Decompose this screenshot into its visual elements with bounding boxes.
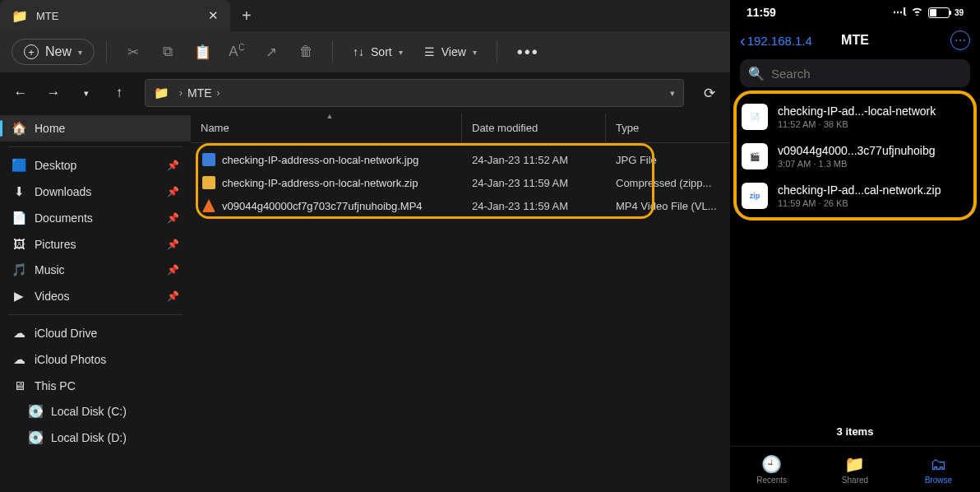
column-type[interactable]: Type bbox=[606, 114, 730, 142]
shared-icon: 📁 bbox=[844, 454, 865, 474]
file-meta: 11:52 AM · 38 KB bbox=[778, 119, 968, 129]
more-button[interactable]: ••• bbox=[509, 39, 548, 65]
sidebar-item-this-pc[interactable]: 🖥 This PC bbox=[0, 373, 191, 398]
column-name[interactable]: Name ▲ bbox=[191, 114, 462, 142]
pin-icon: 📌 bbox=[167, 264, 179, 276]
wifi-icon bbox=[911, 7, 923, 18]
folder-icon: 🖼 bbox=[12, 237, 26, 251]
file-row[interactable]: checking-IP-address-on-local-network.zip… bbox=[191, 171, 730, 194]
sidebar-item[interactable]: ⬇Downloads📌 bbox=[0, 179, 191, 205]
jpg-icon bbox=[202, 153, 215, 166]
share-icon[interactable]: ↗ bbox=[257, 37, 286, 67]
tab-shared[interactable]: 📁 Shared bbox=[813, 447, 896, 492]
list-item[interactable]: zipchecking-IP-ad...cal-network.zip11:59… bbox=[737, 176, 973, 216]
file-date: 24-Jan-23 11:59 AM bbox=[462, 177, 606, 189]
sidebar-item-label: Pictures bbox=[35, 238, 76, 251]
breadcrumb[interactable]: 📁 › MTE › ▾ bbox=[145, 79, 684, 107]
plus-icon: + bbox=[24, 44, 39, 59]
more-options-button[interactable]: ⋯ bbox=[950, 30, 970, 50]
sidebar-item[interactable]: ▶Videos📌 bbox=[0, 283, 191, 309]
divider bbox=[8, 314, 183, 315]
sidebar-item-label: iCloud Drive bbox=[35, 327, 97, 340]
folder-icon: 📁 bbox=[12, 8, 28, 24]
close-tab-icon[interactable]: ✕ bbox=[207, 10, 219, 21]
file-row[interactable]: checking-IP-address-on-local-network.jpg… bbox=[191, 148, 730, 171]
file-thumbnail: zip bbox=[742, 183, 768, 209]
copy-icon[interactable]: ⧉ bbox=[153, 37, 183, 67]
sort-asc-icon: ▲ bbox=[326, 112, 334, 120]
new-tab-button[interactable]: + bbox=[242, 7, 252, 26]
new-button[interactable]: + New ▾ bbox=[12, 39, 95, 65]
sidebar-item-label: Downloads bbox=[35, 185, 91, 198]
status-time: 11:59 bbox=[747, 6, 776, 19]
cut-icon[interactable]: ✂ bbox=[118, 37, 148, 67]
column-date[interactable]: Date modified bbox=[462, 114, 606, 142]
divider bbox=[8, 146, 183, 147]
search-icon: 🔍 bbox=[748, 66, 765, 81]
clock-icon: 🕘 bbox=[761, 454, 782, 474]
pin-icon: 📌 bbox=[167, 212, 179, 224]
sidebar-item[interactable]: ☁iCloud Photos bbox=[0, 346, 191, 373]
file-date: 24-Jan-23 11:52 AM bbox=[462, 154, 606, 166]
file-type: JPG File bbox=[606, 154, 730, 166]
chevron-right-icon: › bbox=[179, 87, 183, 99]
file-meta: 11:59 AM · 26 KB bbox=[778, 198, 968, 208]
cloud-icon: ☁ bbox=[12, 352, 26, 367]
sidebar-item-drive[interactable]: 💽Local Disk (D:) bbox=[0, 425, 191, 451]
drive-icon: 💽 bbox=[28, 404, 43, 419]
titlebar: 📁 MTE ✕ + bbox=[0, 0, 730, 31]
file-list-area: Name ▲ Date modified Type checking-IP-ad… bbox=[191, 114, 730, 492]
file-name: checking-IP-address-on-local-network.zip bbox=[222, 177, 418, 189]
search-bar[interactable]: 🔍 bbox=[740, 59, 970, 87]
search-input[interactable] bbox=[771, 67, 962, 81]
paste-icon[interactable]: 📋 bbox=[187, 37, 217, 67]
tab-title: MTE bbox=[36, 10, 199, 22]
sidebar-item-label: Videos bbox=[35, 290, 70, 303]
sidebar-item-drive[interactable]: 💽Local Disk (C:) bbox=[0, 398, 191, 425]
sidebar-item-label: This PC bbox=[35, 379, 76, 392]
sort-label: Sort bbox=[371, 45, 392, 58]
refresh-button[interactable]: ⟳ bbox=[696, 79, 723, 107]
sidebar-item-label: Local Disk (C:) bbox=[51, 405, 127, 418]
sort-button[interactable]: ↑↓ Sort ▾ bbox=[344, 40, 411, 63]
window-tab[interactable]: 📁 MTE ✕ bbox=[0, 0, 230, 31]
mp4-icon bbox=[202, 199, 215, 212]
sidebar: 🏠 Home 🟦Desktop📌⬇Downloads📌📄Documents📌🖼P… bbox=[0, 114, 191, 492]
view-button[interactable]: ☰ View ▾ bbox=[416, 40, 485, 63]
recent-dropdown[interactable]: ▾ bbox=[72, 79, 100, 107]
forward-button[interactable]: → bbox=[39, 79, 67, 107]
phone-file-list: 📄checking-IP-ad...-local-network11:52 AM… bbox=[730, 94, 980, 219]
battery-percent: 39 bbox=[955, 8, 964, 17]
sidebar-item[interactable]: 📄Documents📌 bbox=[0, 205, 191, 231]
sidebar-item[interactable]: 🖼Pictures📌 bbox=[0, 231, 191, 257]
file-name: v09044g40000cf7g703c77ufjnuhoibg.MP4 bbox=[222, 200, 423, 212]
list-item[interactable]: 🎬v09044g4000...3c77ufjnuhoibg3:07 AM · 1… bbox=[737, 137, 973, 176]
sidebar-item-label: iCloud Photos bbox=[35, 353, 106, 366]
pin-icon: 📌 bbox=[167, 290, 179, 302]
sidebar-item[interactable]: ☁iCloud Drive bbox=[0, 320, 191, 346]
file-thumbnail: 📄 bbox=[742, 104, 768, 130]
back-button[interactable]: ‹ 192.168.1.4 bbox=[740, 31, 812, 50]
file-date: 24-Jan-23 11:59 AM bbox=[462, 200, 606, 212]
sidebar-item[interactable]: 🟦Desktop📌 bbox=[0, 152, 191, 179]
pc-icon: 🖥 bbox=[12, 378, 26, 392]
rename-icon[interactable]: Aꟲ bbox=[222, 37, 252, 67]
phone-files-app: 11:59 ⋯𝗹 39 ‹ 192.168.1.4 MTE ⋯ 🔍 📄check… bbox=[730, 0, 980, 492]
tab-recents[interactable]: 🕘 Recents bbox=[730, 447, 813, 492]
chevron-down-icon[interactable]: ▾ bbox=[670, 88, 675, 99]
up-button[interactable]: ↑ bbox=[105, 79, 133, 107]
delete-icon[interactable]: 🗑 bbox=[291, 37, 321, 67]
column-headers: Name ▲ Date modified Type bbox=[191, 114, 730, 143]
sidebar-item-home[interactable]: 🏠 Home bbox=[0, 115, 191, 142]
list-item[interactable]: 📄checking-IP-ad...-local-network11:52 AM… bbox=[737, 97, 973, 137]
new-label: New bbox=[45, 44, 72, 59]
sort-icon: ↑↓ bbox=[353, 45, 364, 58]
sidebar-item[interactable]: 🎵Music📌 bbox=[0, 257, 191, 283]
file-row[interactable]: v09044g40000cf7g703c77ufjnuhoibg.MP424-J… bbox=[191, 194, 730, 217]
pin-icon: 📌 bbox=[167, 186, 179, 197]
folder-icon: 📄 bbox=[12, 211, 26, 225]
tab-browse[interactable]: 🗂 Browse bbox=[897, 447, 980, 492]
back-button[interactable]: ← bbox=[7, 79, 35, 107]
sidebar-item-label: Home bbox=[35, 122, 65, 135]
sidebar-item-label: Documents bbox=[35, 211, 93, 225]
